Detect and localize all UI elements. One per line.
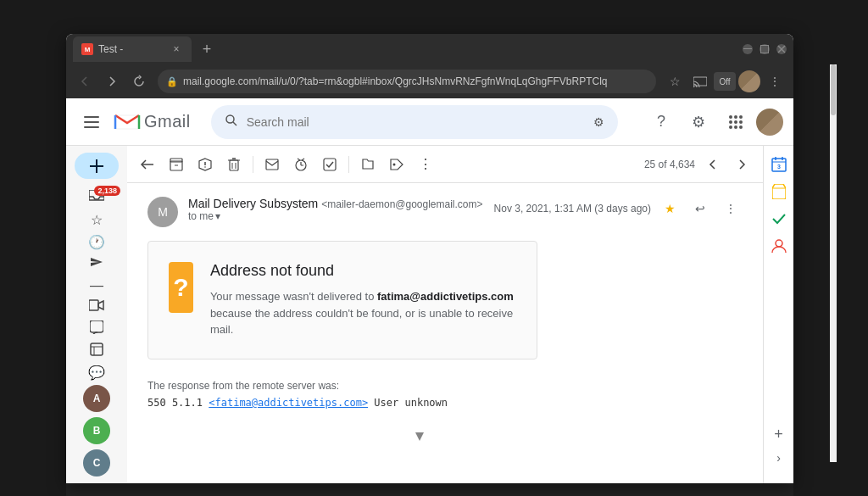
move-to-button[interactable] [354,151,381,178]
browser-tab[interactable]: M Test - × [73,36,192,62]
sidebar-item-inbox[interactable]: 2,138 [75,189,119,208]
back-button[interactable] [73,70,97,93]
svg-rect-40 [266,159,278,170]
error-card: ? Address not found Your message wasn't … [147,241,537,359]
cast-button[interactable] [688,70,712,93]
search-icon [225,114,238,131]
filter-icon[interactable]: ⚙ [593,115,604,129]
svg-point-11 [729,115,732,119]
label-as-button[interactable] [383,151,410,178]
scrollbar-thumb[interactable] [831,64,836,115]
reply-button[interactable]: ↩ [688,197,712,220]
contact-avatar-2[interactable]: B [83,417,110,444]
svg-rect-6 [84,116,99,118]
profile-button[interactable] [737,70,761,93]
maximize-button[interactable] [760,44,770,54]
more-message-actions-button[interactable]: ⋮ [719,197,743,220]
star-button[interactable]: ★ [658,197,682,220]
profile-avatar [738,70,760,92]
browser-titlebar: M Test - × + [66,34,793,64]
new-tab-button[interactable]: + [195,37,219,61]
tasks-app-icon[interactable] [767,207,791,231]
browser-toolbar: 🔒 mail.google.com/mail/u/0/?tab=rm&ogbl#… [66,64,793,98]
spam-button[interactable] [192,151,219,178]
sidebar-item-chat[interactable]: 💬 [75,363,119,382]
delete-button[interactable] [220,151,248,178]
extension-button[interactable]: Off [714,72,736,91]
forward-button[interactable] [100,70,124,93]
compose-button[interactable] [75,153,119,179]
rooms-icon [90,343,103,359]
address-bar[interactable]: 🔒 mail.google.com/mail/u/0/?tab=rm&ogbl#… [158,70,656,93]
tab-favicon: M [81,43,93,55]
svg-text:3: 3 [777,164,781,170]
settings-button[interactable]: ⚙ [682,105,715,139]
keep-app-icon[interactable] [767,180,791,203]
expand-panel-button[interactable]: › [767,446,791,470]
sidebar-item-meet[interactable] [75,298,119,316]
svg-point-17 [729,125,732,129]
contact-avatar-3[interactable]: C [83,449,110,476]
svg-rect-0 [743,48,752,49]
chevron-down-icon: ▾ [215,210,220,222]
svg-point-14 [729,120,732,124]
more-button[interactable]: ⋮ [763,70,787,93]
svg-point-9 [226,115,234,123]
server-response-code: 550 5.1.1 <fatima@addictivetips.com> Use… [147,397,743,409]
minimize-button[interactable] [743,44,753,54]
contact-avatar-1[interactable]: A [83,385,110,412]
gmail-body: 2,138 ☆ 🕐 — [66,146,793,483]
error-email-address: fatima@addictivetips.com [377,290,514,303]
help-button[interactable]: ? [644,105,678,139]
sidebar-item-snoozed[interactable]: 🕐 [75,233,119,252]
svg-point-47 [393,163,396,165]
close-button[interactable] [776,44,787,54]
mark-unread-button[interactable] [259,151,286,178]
error-title: Address not found [210,262,516,280]
archive-button[interactable] [163,151,190,178]
gmail-m-icon [114,112,141,132]
bookmark-button[interactable]: ☆ [663,70,687,93]
prev-email-button[interactable] [698,151,726,178]
snooze-button[interactable] [287,151,314,178]
toolbar-actions: ☆ Off ⋮ [663,70,787,93]
sender-avatar: M [147,197,178,227]
svg-rect-8 [84,126,99,128]
server-response-label: The response from the remote server was: [147,380,339,392]
svg-point-15 [734,120,737,124]
svg-line-44 [298,159,300,160]
pagination-text: 25 of 4,634 [644,159,695,170]
apps-button[interactable] [719,105,753,139]
gmail-logo: Gmail [114,112,191,132]
email-back-button[interactable] [134,151,161,178]
to-me-label[interactable]: to me ▾ [188,210,484,222]
email-view: M Mail Delivery Subsystem <mailer-daemon… [127,183,763,483]
gmail-profile-avatar[interactable] [756,109,783,136]
error-icon: ? [169,262,193,313]
search-input[interactable] [247,115,585,129]
error-email-link[interactable]: <fatima@addictivetips.com> [209,397,368,409]
gmail-search-bar[interactable]: ⚙ [211,105,618,139]
sender-name-row: Mail Delivery Subsystem <mailer-daemon@g… [188,197,484,210]
svg-rect-1 [761,46,769,53]
svg-point-16 [739,120,743,124]
add-app-icon[interactable]: + [767,422,791,446]
add-task-button[interactable] [316,151,343,178]
sidebar-item-sent[interactable] [75,254,119,273]
more-email-actions-button[interactable]: ⋮ [412,151,439,178]
sidebar-item-more[interactable]: — [75,276,119,295]
refresh-button[interactable] [127,70,151,93]
svg-point-13 [739,115,743,119]
svg-line-10 [233,122,236,125]
tab-close-button[interactable]: × [170,42,183,56]
calendar-app-icon[interactable]: 3 [767,153,791,176]
next-email-button[interactable] [729,151,756,178]
contacts-app-icon[interactable] [767,234,791,258]
separator-1 [253,156,253,173]
lock-icon: 🔒 [166,76,178,87]
sidebar-item-rooms[interactable] [75,342,119,360]
email-toolbar: ⋮ 25 of 4,634 [127,146,763,183]
sidebar-item-hangouts[interactable] [75,320,119,338]
sidebar-item-starred[interactable]: ☆ [75,211,119,230]
hamburger-menu-button[interactable] [76,107,107,137]
